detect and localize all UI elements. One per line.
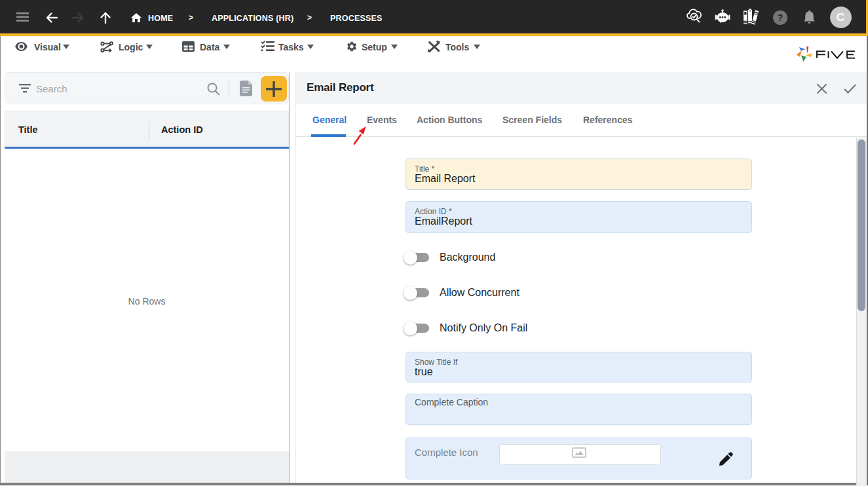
svg-text:?: ? — [778, 12, 783, 23]
